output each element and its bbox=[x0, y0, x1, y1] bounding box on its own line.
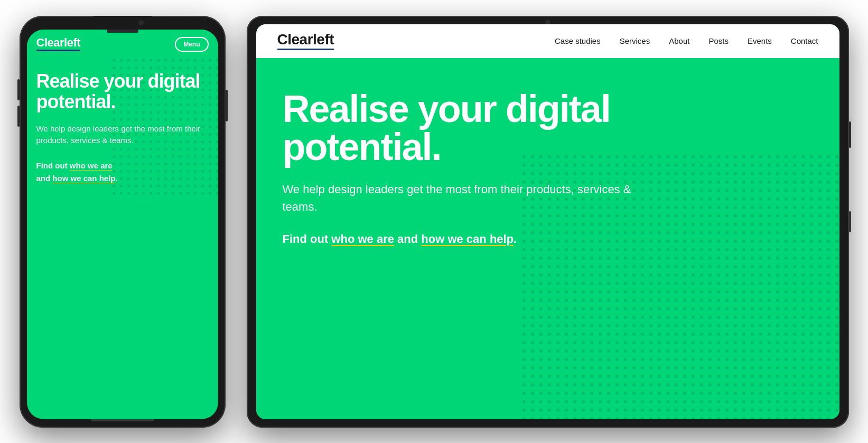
phone-device: Clearleft Menu Realise your digital pote… bbox=[20, 16, 226, 428]
nav-posts[interactable]: Posts bbox=[708, 36, 729, 45]
nav-events[interactable]: Events bbox=[748, 36, 772, 45]
tablet-hero: Realise your digital potential. We help … bbox=[256, 58, 839, 419]
phone-and-text: and bbox=[36, 174, 53, 183]
tablet-header: Clearleft Case studies Services About Po… bbox=[256, 24, 839, 58]
phone-power-button bbox=[226, 90, 228, 121]
tablet-logo-underline bbox=[277, 49, 334, 50]
tablet-period: . bbox=[514, 232, 517, 246]
phone-hero-links: Find out who we are and how we can help. bbox=[36, 159, 209, 185]
tablet-how-we-can-help-link[interactable]: how we can help bbox=[421, 232, 514, 246]
phone-logo-underline bbox=[36, 50, 81, 51]
tablet-screen: Clearleft Case studies Services About Po… bbox=[256, 24, 839, 419]
tablet-who-we-are-link[interactable]: who we are bbox=[331, 232, 394, 246]
phone-header: Clearleft Menu bbox=[27, 30, 218, 58]
phone-vol-down-button bbox=[17, 106, 20, 127]
nav-case-studies[interactable]: Case studies bbox=[555, 36, 601, 45]
tablet-nav: Case studies Services About Posts Events… bbox=[555, 36, 818, 45]
nav-contact[interactable]: Contact bbox=[791, 36, 818, 45]
nav-about[interactable]: About bbox=[669, 36, 689, 45]
tablet-home-button bbox=[849, 211, 851, 232]
phone-speaker bbox=[107, 30, 138, 33]
phone-logo: Clearleft bbox=[36, 37, 81, 49]
phone-how-we-can-help-link[interactable]: how we can help bbox=[52, 174, 115, 183]
phone-hero: Realise your digital potential. We help … bbox=[27, 58, 218, 195]
tablet-device: Clearleft Case studies Services About Po… bbox=[247, 16, 849, 428]
tablet-find-out-text: Find out bbox=[283, 232, 332, 246]
phone-vol-up-button bbox=[17, 79, 20, 100]
tablet-hero-description: We help design leaders get the most from… bbox=[283, 181, 652, 215]
tablet-logo: Clearleft bbox=[277, 32, 334, 47]
phone-camera bbox=[138, 20, 144, 25]
phone-period: . bbox=[116, 174, 118, 183]
phone-who-we-are-link[interactable]: who we are bbox=[70, 161, 113, 170]
phone-find-out-text: Find out bbox=[36, 161, 70, 170]
phone-hero-description: We help design leaders get the most from… bbox=[36, 123, 209, 147]
tablet-logo-wrap: Clearleft bbox=[277, 32, 334, 50]
phone-logo-wrap: Clearleft bbox=[36, 37, 81, 51]
tablet-power-button bbox=[849, 121, 851, 148]
nav-services[interactable]: Services bbox=[620, 36, 650, 45]
phone-hero-headline: Realise your digital potential. bbox=[36, 71, 209, 112]
phone-screen: Clearleft Menu Realise your digital pote… bbox=[27, 30, 218, 419]
tablet-hero-links: Find out who we are and how we can help. bbox=[283, 232, 813, 246]
phone-menu-button[interactable]: Menu bbox=[175, 37, 208, 52]
tablet-hero-headline: Realise your digital potential. bbox=[283, 90, 684, 166]
tablet-and-text: and bbox=[394, 232, 421, 246]
